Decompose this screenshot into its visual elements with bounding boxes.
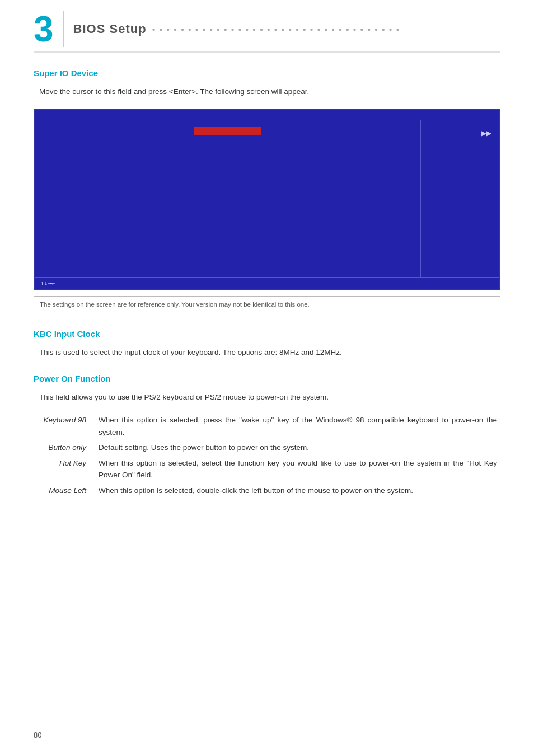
option-description: When this option is selected, double-cli… [95, 483, 500, 499]
bios-screen-inner: ▶▶ [35, 120, 499, 277]
bios-topbar [35, 110, 499, 120]
power-on-body: This field allows you to use the PS/2 ke… [34, 391, 500, 403]
option-description: When this option is selected, press the … [95, 412, 500, 440]
bios-nav-hint: ↑↓→← [40, 280, 55, 287]
option-description: When this option is selected, select the… [95, 456, 500, 483]
screen-caption: The settings on the screen are for refer… [34, 296, 500, 313]
bios-side-panel: ▶▶ [421, 120, 499, 277]
title-text: BIOS Setup [73, 22, 147, 36]
page-header: 3 BIOS Setup ● ● ● ● ● ● ● ● ● ● ● ● ● ●… [34, 11, 500, 53]
chapter-number: 3 [34, 11, 64, 47]
header-right: BIOS Setup ● ● ● ● ● ● ● ● ● ● ● ● ● ● ●… [73, 22, 401, 36]
table-row: Button only Default setting. Uses the po… [34, 440, 500, 456]
table-row: Hot Key When this option is selected, se… [34, 456, 500, 483]
bios-bottom-bar: ↑↓→← [35, 277, 499, 289]
option-label: Button only [34, 440, 95, 456]
option-description: Default setting. Uses the power button t… [95, 440, 500, 456]
bios-screen: ▶▶ ↑↓→← [34, 109, 500, 290]
table-row: Mouse Left When this option is selected,… [34, 483, 500, 499]
option-label: Hot Key [34, 456, 95, 483]
bios-highlight-bar [194, 127, 261, 135]
page-number: 80 [34, 731, 41, 739]
page-title: BIOS Setup ● ● ● ● ● ● ● ● ● ● ● ● ● ● ●… [73, 22, 401, 36]
kbc-input-body: This is used to select the input clock o… [34, 346, 500, 359]
bios-arrows: ▶▶ [481, 129, 491, 137]
super-io-heading: Super IO Device [34, 68, 500, 78]
super-io-body: Move the cursor to this field and press … [34, 86, 500, 98]
bios-screen-outer: ▶▶ ↑↓→← [35, 110, 499, 289]
bios-main-panel [35, 120, 421, 277]
option-label: Keyboard 98 [34, 412, 95, 440]
option-label: Mouse Left [34, 483, 95, 499]
table-row: Keyboard 98 When this option is selected… [34, 412, 500, 440]
power-on-heading: Power On Function [34, 374, 500, 383]
kbc-input-heading: KBC Input Clock [34, 329, 500, 339]
dots-decoration: ● ● ● ● ● ● ● ● ● ● ● ● ● ● ● ● ● ● ● ● … [152, 26, 401, 32]
options-table: Keyboard 98 When this option is selected… [34, 412, 500, 499]
